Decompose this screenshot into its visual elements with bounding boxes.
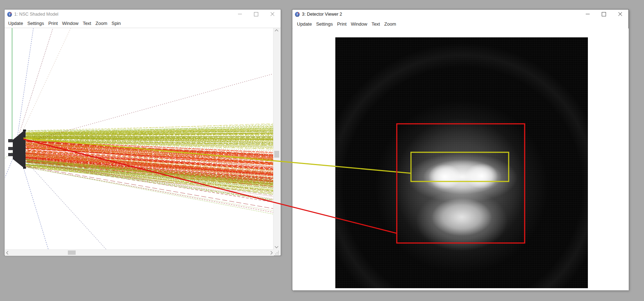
detector-irradiance-image [335, 37, 588, 288]
titlebar-nsc-shaded-model[interactable]: Z 1: NSC Shaded Model [5, 10, 281, 19]
vertical-scroll-thumb[interactable] [274, 151, 279, 158]
close-icon [618, 12, 622, 16]
menu-item-spin[interactable]: Spin [109, 21, 123, 26]
menu-item-print[interactable]: Print [335, 21, 349, 27]
close-icon [270, 12, 275, 16]
menubar-detector-viewer: UpdateSettingsPrintWindowTextZoom [292, 19, 628, 29]
titlebar-detector-viewer[interactable]: Z 3: Detector Viewer 2 [292, 10, 628, 19]
menu-item-print[interactable]: Print [46, 21, 60, 26]
maximize-button[interactable] [596, 10, 612, 19]
menu-item-update[interactable]: Update [295, 21, 314, 27]
vertical-scrollbar[interactable] [273, 28, 280, 249]
zemax-app-icon: Z [295, 12, 300, 17]
menu-item-window[interactable]: Window [349, 21, 369, 27]
resize-grip-icon [274, 249, 280, 255]
menu-item-settings[interactable]: Settings [25, 21, 46, 26]
window-detector-viewer-2: Z 3: Detector Viewer 2 UpdateSettingsPri… [292, 9, 629, 290]
scroll-down-button[interactable] [274, 243, 280, 249]
chevron-down-icon [275, 245, 278, 248]
blob-layer-lower-lobe [335, 37, 588, 288]
horizontal-scroll-thumb[interactable] [68, 250, 76, 255]
menu-item-zoom[interactable]: Zoom [382, 21, 398, 27]
shaded-model-viewport[interactable] [5, 28, 274, 249]
close-button[interactable] [612, 10, 628, 19]
ray-trace-rendering [5, 28, 274, 249]
detector-viewer-viewport[interactable] [293, 28, 629, 290]
window-nsc-shaded-model: Z 1: NSC Shaded Model UpdateSettingsPrin… [4, 9, 281, 255]
menu-item-update[interactable]: Update [6, 21, 25, 26]
chevron-left-icon [6, 251, 10, 255]
chevron-right-icon [269, 251, 273, 255]
minimize-button[interactable] [579, 10, 596, 19]
menu-item-text[interactable]: Text [369, 21, 382, 27]
minimize-icon [586, 14, 590, 15]
window-title: 1: NSC Shaded Model [14, 12, 58, 17]
source-lamp-reflector [8, 130, 26, 169]
close-button[interactable] [264, 10, 281, 19]
horizontal-scrollbar[interactable] [5, 249, 274, 256]
scroll-left-button[interactable] [5, 250, 11, 256]
window-controls [579, 10, 628, 19]
zemax-app-icon: Z [7, 12, 12, 17]
window-controls [232, 10, 281, 19]
scroll-right-button[interactable] [268, 250, 274, 256]
menu-item-text[interactable]: Text [81, 21, 93, 26]
minimize-button[interactable] [232, 10, 248, 19]
maximize-icon [254, 12, 258, 16]
menu-item-window[interactable]: Window [60, 21, 81, 26]
desktop: Z 1: NSC Shaded Model UpdateSettingsPrin… [0, 0, 644, 301]
scroll-up-button[interactable] [274, 28, 280, 34]
menu-item-settings[interactable]: Settings [314, 21, 335, 27]
svg-text:Z: Z [297, 12, 298, 16]
menu-item-zoom[interactable]: Zoom [93, 21, 109, 26]
maximize-button[interactable] [248, 10, 264, 19]
minimize-icon [238, 14, 242, 15]
svg-text:Z: Z [9, 12, 11, 16]
chevron-up-icon [275, 30, 278, 33]
maximize-icon [602, 12, 606, 16]
menubar-nsc-shaded-model: UpdateSettingsPrintWindowTextZoomSpin [5, 19, 281, 28]
window-title: 3: Detector Viewer 2 [302, 12, 342, 17]
resize-grip[interactable] [274, 249, 280, 255]
